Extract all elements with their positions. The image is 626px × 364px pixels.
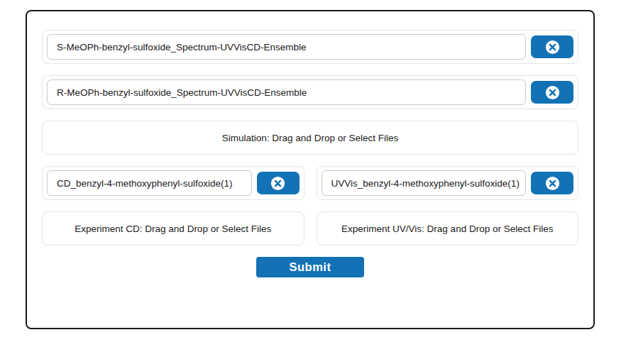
ensemble-file-entry-r: R-MeOPh-benzyl-sulfoxide_Spectrum-UVVisC… <box>42 75 578 109</box>
x-circle-icon <box>544 39 561 55</box>
remove-experiment-cd-file-button[interactable] <box>257 172 300 194</box>
x-circle-icon <box>270 175 286 192</box>
remove-ensemble-file-r-button[interactable] <box>531 81 573 104</box>
submit-row: Submit <box>42 257 578 277</box>
experiment-uvvis-dropzone[interactable]: Experiment UV/Vis: Drag and Drop or Sele… <box>317 211 579 246</box>
experiment-uvvis-dropzone-label: Experiment UV/Vis: Drag and Drop or Sele… <box>341 224 553 234</box>
page: S-MeOPh-benzyl-sulfoxide_Spectrum-UVVisC… <box>0 0 626 364</box>
x-circle-icon <box>544 175 561 192</box>
experiment-cd-file-entry: CD_benzyl-4-methoxyphenyl-sulfoxide(1) <box>42 166 304 200</box>
simulation-dropzone-label: Simulation: Drag and Drop or Select File… <box>222 133 398 143</box>
experiment-cd-dropzone[interactable]: Experiment CD: Drag and Drop or Select F… <box>42 211 304 246</box>
experiment-cd-file-name: CD_benzyl-4-methoxyphenyl-sulfoxide(1) <box>47 170 252 196</box>
experiment-cd-dropzone-label: Experiment CD: Drag and Drop or Select F… <box>75 224 271 234</box>
simulation-dropzone[interactable]: Simulation: Drag and Drop or Select File… <box>42 121 578 155</box>
upload-form-card: S-MeOPh-benzyl-sulfoxide_Spectrum-UVVisC… <box>26 10 595 329</box>
ensemble-file-name-s: S-MeOPh-benzyl-sulfoxide_Spectrum-UVVisC… <box>47 34 526 60</box>
experiment-uvvis-file-entry: UVVis_benzyl-4-methoxyphenyl-sulfoxide(1… <box>317 166 579 200</box>
submit-button[interactable]: Submit <box>256 257 364 277</box>
remove-experiment-uvvis-file-button[interactable] <box>531 172 573 194</box>
x-circle-icon <box>544 84 561 101</box>
ensemble-file-entry-s: S-MeOPh-benzyl-sulfoxide_Spectrum-UVVisC… <box>42 30 578 64</box>
remove-ensemble-file-s-button[interactable] <box>531 35 573 58</box>
experiment-uvvis-file-name: UVVis_benzyl-4-methoxyphenyl-sulfoxide(1… <box>322 170 527 196</box>
ensemble-file-name-r: R-MeOPh-benzyl-sulfoxide_Spectrum-UVVisC… <box>47 79 526 105</box>
